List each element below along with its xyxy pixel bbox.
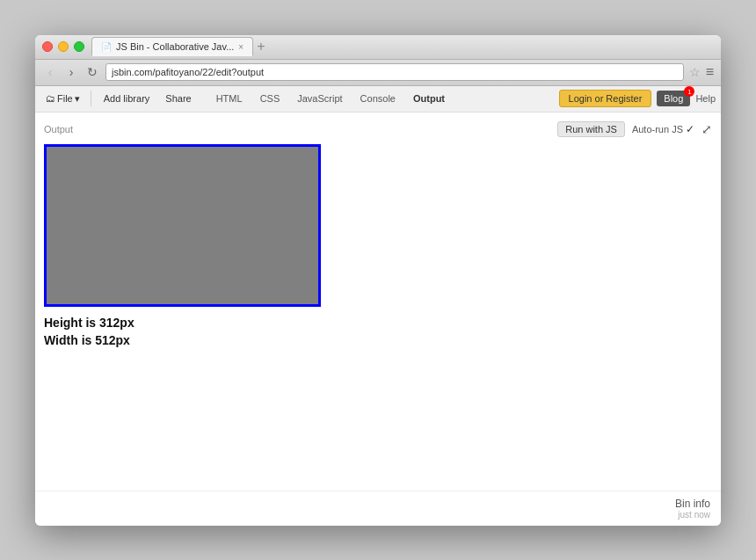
maximize-button[interactable] [74,41,84,52]
blog-badge: 1 [684,86,694,97]
file-arrow: ▾ [75,93,80,105]
autorun-label-text: Auto-run JS [632,124,683,135]
toolbar: 🗂 File ▾ Add library Share HTML CSS Java… [35,86,721,113]
back-button[interactable]: ‹ [42,64,58,80]
browser-window: 📄 JS Bin - Collaborative Jav... × + ‹ › … [35,35,721,526]
editor-tabs: HTML CSS JavaScript Console Output [207,91,454,106]
bin-info-panel: Bin info just now [675,498,710,520]
tab-css[interactable]: CSS [251,91,289,106]
autorun-control[interactable]: Auto-run JS ✓ [632,123,694,135]
tab-html[interactable]: HTML [207,91,251,106]
login-register-button[interactable]: Login or Register [559,90,652,107]
help-button[interactable]: Help [695,93,716,104]
bin-info-time: just now [675,510,710,520]
minimize-button[interactable] [58,41,69,52]
file-label: File [57,93,73,104]
run-with-js-button[interactable]: Run with JS [557,121,625,137]
canvas-display [44,144,321,307]
tab-label: JS Bin - Collaborative Jav... [116,41,234,52]
tab-console[interactable]: Console [352,91,404,106]
menu-icon[interactable]: ≡ [706,64,714,80]
output-area: Output Run with JS Auto-run JS ✓ ⤢ Heigh… [35,113,721,491]
browser-tab[interactable]: 📄 JS Bin - Collaborative Jav... × [91,37,253,56]
title-bar: 📄 JS Bin - Collaborative Jav... × + [35,35,721,60]
autorun-checkbox[interactable]: ✓ [686,123,694,135]
new-tab-button[interactable]: + [257,40,265,54]
width-display: Width is 512px [44,333,712,347]
expand-icon[interactable]: ⤢ [701,122,712,136]
close-button[interactable] [42,41,53,52]
share-button[interactable]: Share [158,91,198,105]
blog-button[interactable]: Blog 1 [657,91,690,106]
file-menu[interactable]: 🗂 File ▾ [40,91,85,106]
tab-favicon: 📄 [101,42,112,52]
output-controls: Run with JS Auto-run JS ✓ ⤢ [557,121,712,137]
height-display: Height is 312px [44,316,712,330]
address-bar: ‹ › ↻ jsbin.com/pafitoyano/22/edit?outpu… [35,60,721,86]
tab-javascript[interactable]: JavaScript [288,91,351,106]
refresh-button[interactable]: ↻ [84,64,100,80]
blog-label: Blog [664,93,683,104]
tab-bar: 📄 JS Bin - Collaborative Jav... × + [91,37,265,56]
toolbar-right: Login or Register Blog 1 Help [559,90,716,107]
url-text: jsbin.com/pafitoyano/22/edit?output [112,67,264,77]
status-bar: Bin info just now [35,491,721,526]
jsbin-icon: 🗂 [46,93,55,104]
bookmark-icon[interactable]: ☆ [689,65,701,79]
add-library-button[interactable]: Add library [97,91,157,105]
forward-button[interactable]: › [63,64,79,80]
traffic-lights [42,41,84,52]
output-label-text: Output [44,124,73,135]
bin-info-label: Bin info [675,498,710,510]
output-header: Output Run with JS Auto-run JS ✓ ⤢ [44,121,712,137]
tab-close-icon[interactable]: × [238,42,244,52]
url-bar[interactable]: jsbin.com/pafitoyano/22/edit?output [105,63,684,81]
separator [91,91,91,106]
tab-output[interactable]: Output [404,91,454,106]
